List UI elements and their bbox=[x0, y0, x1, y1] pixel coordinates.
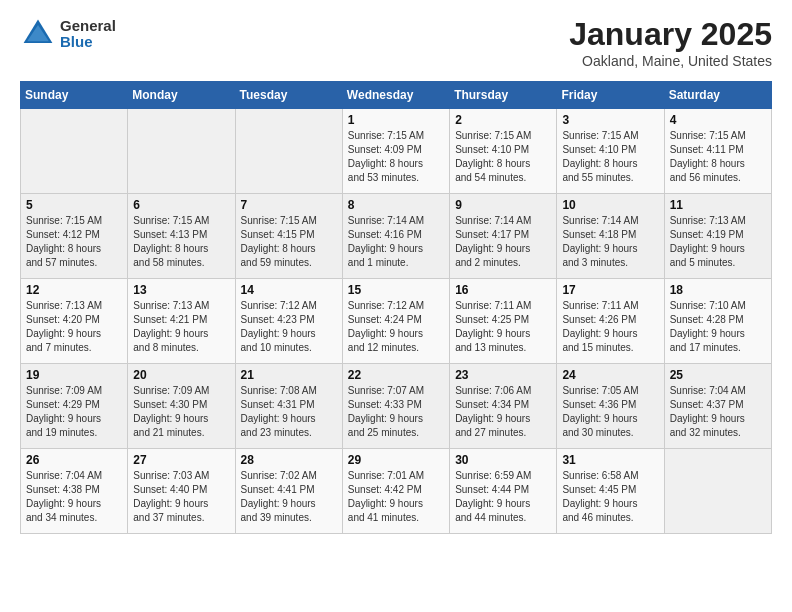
week-row-0: 1Sunrise: 7:15 AM Sunset: 4:09 PM Daylig… bbox=[21, 109, 772, 194]
day-number: 24 bbox=[562, 368, 658, 382]
day-number: 4 bbox=[670, 113, 766, 127]
calendar-cell: 6Sunrise: 7:15 AM Sunset: 4:13 PM Daylig… bbox=[128, 194, 235, 279]
day-number: 13 bbox=[133, 283, 229, 297]
day-info: Sunrise: 7:15 AM Sunset: 4:10 PM Dayligh… bbox=[455, 129, 551, 185]
day-info: Sunrise: 7:01 AM Sunset: 4:42 PM Dayligh… bbox=[348, 469, 444, 525]
calendar-cell: 1Sunrise: 7:15 AM Sunset: 4:09 PM Daylig… bbox=[342, 109, 449, 194]
day-info: Sunrise: 7:14 AM Sunset: 4:18 PM Dayligh… bbox=[562, 214, 658, 270]
day-number: 18 bbox=[670, 283, 766, 297]
day-info: Sunrise: 7:13 AM Sunset: 4:20 PM Dayligh… bbox=[26, 299, 122, 355]
calendar-cell: 15Sunrise: 7:12 AM Sunset: 4:24 PM Dayli… bbox=[342, 279, 449, 364]
calendar-table: Sunday Monday Tuesday Wednesday Thursday… bbox=[20, 81, 772, 534]
calendar-cell bbox=[235, 109, 342, 194]
day-info: Sunrise: 7:14 AM Sunset: 4:17 PM Dayligh… bbox=[455, 214, 551, 270]
header-thursday: Thursday bbox=[450, 82, 557, 109]
day-number: 17 bbox=[562, 283, 658, 297]
day-number: 12 bbox=[26, 283, 122, 297]
calendar-title: January 2025 bbox=[569, 16, 772, 53]
logo-general-label: General bbox=[60, 18, 116, 35]
logo: General Blue bbox=[20, 16, 116, 52]
calendar-cell bbox=[664, 449, 771, 534]
day-number: 11 bbox=[670, 198, 766, 212]
calendar-cell: 5Sunrise: 7:15 AM Sunset: 4:12 PM Daylig… bbox=[21, 194, 128, 279]
logo-icon bbox=[20, 16, 56, 52]
day-info: Sunrise: 7:15 AM Sunset: 4:13 PM Dayligh… bbox=[133, 214, 229, 270]
calendar-cell: 19Sunrise: 7:09 AM Sunset: 4:29 PM Dayli… bbox=[21, 364, 128, 449]
calendar-cell: 8Sunrise: 7:14 AM Sunset: 4:16 PM Daylig… bbox=[342, 194, 449, 279]
day-info: Sunrise: 7:04 AM Sunset: 4:37 PM Dayligh… bbox=[670, 384, 766, 440]
day-number: 19 bbox=[26, 368, 122, 382]
calendar-cell: 31Sunrise: 6:58 AM Sunset: 4:45 PM Dayli… bbox=[557, 449, 664, 534]
day-number: 3 bbox=[562, 113, 658, 127]
day-number: 16 bbox=[455, 283, 551, 297]
calendar-cell: 14Sunrise: 7:12 AM Sunset: 4:23 PM Dayli… bbox=[235, 279, 342, 364]
day-number: 20 bbox=[133, 368, 229, 382]
day-info: Sunrise: 7:11 AM Sunset: 4:25 PM Dayligh… bbox=[455, 299, 551, 355]
day-number: 26 bbox=[26, 453, 122, 467]
header-monday: Monday bbox=[128, 82, 235, 109]
day-info: Sunrise: 7:15 AM Sunset: 4:10 PM Dayligh… bbox=[562, 129, 658, 185]
calendar-cell: 12Sunrise: 7:13 AM Sunset: 4:20 PM Dayli… bbox=[21, 279, 128, 364]
calendar-cell: 18Sunrise: 7:10 AM Sunset: 4:28 PM Dayli… bbox=[664, 279, 771, 364]
calendar-cell: 3Sunrise: 7:15 AM Sunset: 4:10 PM Daylig… bbox=[557, 109, 664, 194]
calendar-cell: 29Sunrise: 7:01 AM Sunset: 4:42 PM Dayli… bbox=[342, 449, 449, 534]
day-number: 9 bbox=[455, 198, 551, 212]
logo-blue-label: Blue bbox=[60, 34, 116, 51]
day-number: 14 bbox=[241, 283, 337, 297]
day-info: Sunrise: 7:15 AM Sunset: 4:09 PM Dayligh… bbox=[348, 129, 444, 185]
day-info: Sunrise: 7:15 AM Sunset: 4:15 PM Dayligh… bbox=[241, 214, 337, 270]
day-number: 29 bbox=[348, 453, 444, 467]
header-wednesday: Wednesday bbox=[342, 82, 449, 109]
calendar-cell: 23Sunrise: 7:06 AM Sunset: 4:34 PM Dayli… bbox=[450, 364, 557, 449]
day-number: 2 bbox=[455, 113, 551, 127]
day-number: 1 bbox=[348, 113, 444, 127]
day-info: Sunrise: 7:02 AM Sunset: 4:41 PM Dayligh… bbox=[241, 469, 337, 525]
calendar-cell: 11Sunrise: 7:13 AM Sunset: 4:19 PM Dayli… bbox=[664, 194, 771, 279]
logo-text: General Blue bbox=[60, 18, 116, 51]
page: General Blue January 2025 Oakland, Maine… bbox=[0, 0, 792, 544]
day-number: 5 bbox=[26, 198, 122, 212]
day-info: Sunrise: 7:13 AM Sunset: 4:19 PM Dayligh… bbox=[670, 214, 766, 270]
day-info: Sunrise: 7:14 AM Sunset: 4:16 PM Dayligh… bbox=[348, 214, 444, 270]
header-saturday: Saturday bbox=[664, 82, 771, 109]
calendar-cell: 2Sunrise: 7:15 AM Sunset: 4:10 PM Daylig… bbox=[450, 109, 557, 194]
calendar-cell: 20Sunrise: 7:09 AM Sunset: 4:30 PM Dayli… bbox=[128, 364, 235, 449]
calendar-cell: 16Sunrise: 7:11 AM Sunset: 4:25 PM Dayli… bbox=[450, 279, 557, 364]
day-info: Sunrise: 7:12 AM Sunset: 4:24 PM Dayligh… bbox=[348, 299, 444, 355]
day-info: Sunrise: 7:15 AM Sunset: 4:12 PM Dayligh… bbox=[26, 214, 122, 270]
day-number: 8 bbox=[348, 198, 444, 212]
day-info: Sunrise: 7:04 AM Sunset: 4:38 PM Dayligh… bbox=[26, 469, 122, 525]
title-area: January 2025 Oakland, Maine, United Stat… bbox=[569, 16, 772, 69]
calendar-cell: 21Sunrise: 7:08 AM Sunset: 4:31 PM Dayli… bbox=[235, 364, 342, 449]
day-number: 23 bbox=[455, 368, 551, 382]
day-number: 30 bbox=[455, 453, 551, 467]
day-number: 27 bbox=[133, 453, 229, 467]
day-number: 10 bbox=[562, 198, 658, 212]
calendar-cell: 26Sunrise: 7:04 AM Sunset: 4:38 PM Dayli… bbox=[21, 449, 128, 534]
calendar-cell: 30Sunrise: 6:59 AM Sunset: 4:44 PM Dayli… bbox=[450, 449, 557, 534]
day-info: Sunrise: 7:13 AM Sunset: 4:21 PM Dayligh… bbox=[133, 299, 229, 355]
day-info: Sunrise: 6:58 AM Sunset: 4:45 PM Dayligh… bbox=[562, 469, 658, 525]
day-number: 6 bbox=[133, 198, 229, 212]
header-friday: Friday bbox=[557, 82, 664, 109]
day-number: 25 bbox=[670, 368, 766, 382]
calendar-cell: 22Sunrise: 7:07 AM Sunset: 4:33 PM Dayli… bbox=[342, 364, 449, 449]
day-number: 21 bbox=[241, 368, 337, 382]
day-info: Sunrise: 7:10 AM Sunset: 4:28 PM Dayligh… bbox=[670, 299, 766, 355]
calendar-cell: 10Sunrise: 7:14 AM Sunset: 4:18 PM Dayli… bbox=[557, 194, 664, 279]
day-number: 22 bbox=[348, 368, 444, 382]
calendar-cell: 9Sunrise: 7:14 AM Sunset: 4:17 PM Daylig… bbox=[450, 194, 557, 279]
week-row-2: 12Sunrise: 7:13 AM Sunset: 4:20 PM Dayli… bbox=[21, 279, 772, 364]
day-number: 31 bbox=[562, 453, 658, 467]
calendar-cell bbox=[21, 109, 128, 194]
day-info: Sunrise: 7:11 AM Sunset: 4:26 PM Dayligh… bbox=[562, 299, 658, 355]
week-row-3: 19Sunrise: 7:09 AM Sunset: 4:29 PM Dayli… bbox=[21, 364, 772, 449]
day-info: Sunrise: 7:03 AM Sunset: 4:40 PM Dayligh… bbox=[133, 469, 229, 525]
day-info: Sunrise: 7:05 AM Sunset: 4:36 PM Dayligh… bbox=[562, 384, 658, 440]
week-row-4: 26Sunrise: 7:04 AM Sunset: 4:38 PM Dayli… bbox=[21, 449, 772, 534]
calendar-cell: 13Sunrise: 7:13 AM Sunset: 4:21 PM Dayli… bbox=[128, 279, 235, 364]
day-number: 15 bbox=[348, 283, 444, 297]
header-sunday: Sunday bbox=[21, 82, 128, 109]
calendar-cell: 4Sunrise: 7:15 AM Sunset: 4:11 PM Daylig… bbox=[664, 109, 771, 194]
day-info: Sunrise: 7:09 AM Sunset: 4:30 PM Dayligh… bbox=[133, 384, 229, 440]
